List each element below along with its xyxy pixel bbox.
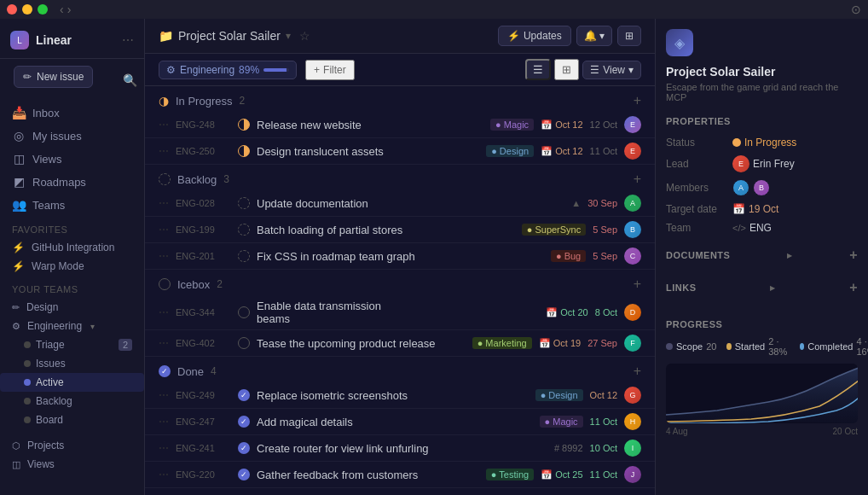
minimize-button[interactable] — [22, 4, 32, 15]
forward-button[interactable]: › — [67, 3, 72, 16]
fav-warp[interactable]: ⚡ Warp Mode — [5, 257, 139, 276]
sub-backlog[interactable]: Backlog — [0, 392, 144, 411]
pencil-icon: ✏ — [23, 71, 32, 83]
add-link-button[interactable]: + — [849, 280, 858, 295]
drag-handle[interactable]: ⋯ — [159, 442, 169, 454]
views-nav-label: Views — [27, 458, 55, 470]
search-button[interactable]: 🔍 — [123, 73, 137, 87]
issue-id: ENG-199 — [176, 224, 231, 235]
projects-label: Projects — [27, 440, 64, 451]
sidebar-item-inbox[interactable]: 📥 Inbox — [5, 102, 139, 124]
drag-handle[interactable]: ⋯ — [159, 250, 169, 262]
sub-issues[interactable]: Issues — [0, 354, 144, 373]
drag-handle[interactable]: ⋯ — [159, 197, 169, 209]
docs-expand-icon[interactable]: ▸ — [787, 250, 793, 261]
history-button[interactable]: ⊙ — [851, 3, 861, 16]
team-design[interactable]: ✏ Design — [5, 298, 139, 317]
projects-nav[interactable]: ⬡ Projects — [5, 436, 139, 455]
panel-icon: ◈ — [674, 35, 685, 51]
chevron-icon: ▾ — [90, 322, 95, 331]
table-row[interactable]: ⋯ ENG-241 ✓ Create router for view link … — [145, 435, 655, 462]
drag-handle[interactable]: ⋯ — [159, 416, 169, 428]
panel-project-icon: ◈ — [666, 29, 693, 56]
sidebar-item-my-issues[interactable]: ◎ My issues — [5, 125, 139, 147]
sidebar-item-roadmaps[interactable]: ◩ Roadmaps — [5, 171, 139, 193]
add-done-button[interactable]: + — [634, 364, 641, 379]
lead-value[interactable]: E Erin Frey — [732, 155, 795, 172]
table-row[interactable]: ⋯ ENG-344 Enable data transmission beams… — [145, 295, 655, 330]
grid-view-button[interactable]: ⊞ — [554, 59, 579, 80]
date2-badge: 5 Sep — [593, 224, 617, 235]
sub-active[interactable]: Active — [0, 373, 144, 392]
close-button[interactable] — [7, 4, 17, 15]
team-engineering[interactable]: ⚙ Engineering ▾ — [5, 317, 139, 335]
filter-button[interactable]: + Filter — [305, 60, 355, 80]
brand-header: L Linear ⋯ — [0, 26, 144, 59]
brand-menu-icon[interactable]: ⋯ — [122, 33, 134, 47]
back-button[interactable]: ‹ — [60, 3, 64, 16]
updates-button[interactable]: ⚡ Updates — [498, 26, 571, 46]
sidebar-item-teams[interactable]: 👥 Teams — [5, 194, 139, 216]
lead-row: Lead E Erin Frey — [666, 152, 858, 176]
date-badge: 📅 Oct 20 — [546, 307, 587, 318]
sub-triage[interactable]: Triage 2 — [0, 335, 144, 354]
table-row[interactable]: ⋯ ENG-028 Update documentation ▲ 30 Sep … — [145, 190, 655, 217]
assignee-avatar: I — [624, 440, 641, 457]
icebox-status-icon — [159, 278, 171, 290]
sub-board[interactable]: Board — [0, 411, 144, 429]
maximize-button[interactable] — [38, 4, 48, 15]
scope-dot — [666, 343, 673, 350]
issue-id: ENG-249 — [176, 390, 231, 400]
drag-handle[interactable]: ⋯ — [159, 119, 169, 131]
table-row[interactable]: ⋯ ENG-248 Release new website ● Magic 📅 … — [145, 112, 655, 138]
layout-button[interactable]: ⊞ — [617, 26, 641, 46]
inbox-label: Inbox — [32, 107, 60, 119]
team-value[interactable]: </> ENG — [732, 222, 772, 234]
engineering-label: Engineering — [27, 320, 82, 332]
links-label: Links — [666, 282, 697, 293]
view-dropdown-button[interactable]: ☰ View ▾ — [582, 61, 641, 79]
target-date-value[interactable]: 📅 19 Oct — [732, 203, 778, 215]
add-icebox-button[interactable]: + — [634, 277, 641, 292]
date2-badge: 10 Oct — [590, 443, 617, 453]
bell-button[interactable]: 🔔 ▾ — [576, 26, 612, 46]
chevron-down-icon[interactable]: ▾ — [286, 30, 291, 42]
table-row[interactable]: ⋯ ENG-247 ✓ Add magical details ● Magic … — [145, 409, 655, 435]
add-in-progress-button[interactable]: + — [634, 93, 641, 108]
fav-github[interactable]: ⚡ GitHub Integration — [5, 238, 139, 257]
drag-handle[interactable]: ⋯ — [159, 145, 169, 157]
drag-handle[interactable]: ⋯ — [159, 306, 169, 318]
add-backlog-button[interactable]: + — [634, 172, 641, 187]
table-row[interactable]: ⋯ ENG-250 Design translucent assets ● De… — [145, 138, 655, 165]
status-icon — [238, 306, 250, 318]
drag-handle[interactable]: ⋯ — [159, 337, 169, 349]
drag-handle[interactable]: ⋯ — [159, 224, 169, 236]
table-row[interactable]: ⋯ ENG-199 Batch loading of partial store… — [145, 217, 655, 243]
issues-dot — [24, 360, 31, 367]
progress-title: Progress — [666, 319, 858, 329]
progress-chart — [666, 364, 858, 423]
links-expand-icon[interactable]: ▸ — [770, 282, 776, 294]
drag-handle[interactable]: ⋯ — [159, 389, 169, 401]
views-nav[interactable]: ◫ Views — [5, 455, 139, 474]
project-name: Project Solar Sailer — [178, 29, 281, 43]
favorites-label: Favorites — [0, 216, 144, 238]
engineering-filter[interactable]: ⚙ Engineering 89% — [159, 61, 297, 79]
new-issue-button[interactable]: ✏ New issue — [14, 66, 93, 88]
list-view-button[interactable]: ☰ — [525, 59, 551, 80]
issue-id: ENG-402 — [176, 338, 231, 348]
star-icon[interactable]: ☆ — [299, 29, 310, 43]
priority-icon: ▲ — [571, 198, 581, 208]
table-row[interactable]: ⋯ ENG-220 ✓ Gather feedback from custome… — [145, 462, 655, 488]
sidebar-item-views[interactable]: ◫ Views — [5, 148, 139, 170]
members-value[interactable]: A B — [732, 179, 770, 196]
table-row[interactable]: ⋯ ENG-402 Tease the upcoming product rel… — [145, 330, 655, 357]
drag-handle[interactable]: ⋯ — [159, 469, 169, 480]
status-value[interactable]: In Progress — [732, 137, 796, 148]
issue-id: ENG-247 — [176, 416, 231, 427]
table-row[interactable]: ⋯ ENG-201 Fix CSS in roadmap team graph … — [145, 243, 655, 270]
assignee-avatar: C — [624, 248, 641, 265]
issue-list: ◑ In Progress 2 + ⋯ ENG-248 Release new … — [145, 86, 655, 495]
add-document-button[interactable]: + — [849, 248, 858, 263]
table-row[interactable]: ⋯ ENG-249 ✓ Replace isometric screenshot… — [145, 382, 655, 409]
